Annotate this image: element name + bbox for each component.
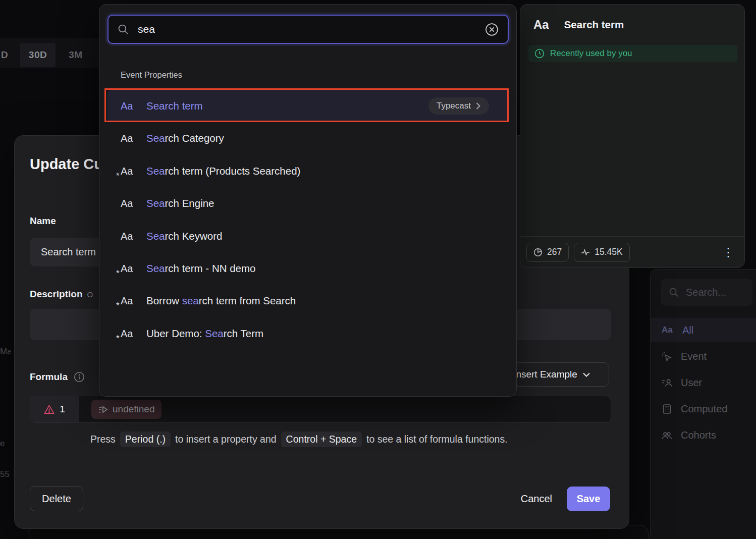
property-item-search-term[interactable]: Aa Search term Typecast (107, 90, 509, 122)
error-count-value: 1 (60, 404, 65, 415)
property-item-search-keyword[interactable]: Aa Search Keyword (107, 220, 509, 252)
description-optional-hint: O (87, 290, 93, 299)
insert-example-label: Insert Example (513, 369, 577, 380)
detail-title: Search term (564, 19, 624, 31)
custom-text-property-icon: Aa* (121, 295, 137, 307)
time-range-button-7d[interactable]: D (1, 43, 16, 67)
sidebar-item-label: All (682, 325, 693, 336)
cardinality-stat-pill[interactable]: 267 (526, 243, 569, 262)
description-label: Description (30, 289, 83, 300)
property-detail-panel: Aa Search term Recently used by you 267 … (520, 4, 745, 268)
sidebar-item-label: User (681, 377, 702, 389)
recently-used-label: Recently used by you (550, 48, 632, 59)
formula-error-count[interactable]: 1 (30, 396, 79, 422)
section-header-event-properties: Event Properties (121, 70, 182, 80)
sidebar-item-cohorts[interactable]: Cohorts (651, 423, 756, 447)
instructions-text: to insert a property and (175, 434, 277, 445)
property-item-borrow-search-term[interactable]: Aa* Borrow search term from Search (107, 285, 509, 317)
people-icon (662, 430, 672, 441)
formula-property-icon (98, 405, 108, 414)
clear-search-icon[interactable] (485, 23, 499, 36)
search-icon (118, 24, 129, 35)
custom-text-property-icon: Aa* (121, 263, 137, 275)
search-icon (669, 287, 679, 298)
sidebar-item-computed[interactable]: Computed (651, 397, 756, 421)
stat-value: 15.45K (595, 247, 622, 257)
description-label-row: Description O (30, 289, 93, 300)
time-range-toolbar: D 30D 3M (0, 38, 99, 68)
calculator-icon (662, 404, 672, 414)
formula-instructions: Press Period (.) to insert a property an… (90, 432, 508, 447)
chart-axis-fragment: May (0, 347, 11, 357)
sidebar-item-label: Event (681, 351, 707, 362)
time-range-button-30d[interactable]: 30D (20, 43, 56, 67)
chevron-right-icon (475, 102, 481, 110)
volume-stat-pill[interactable]: 15.45K (574, 243, 629, 262)
property-search-dropdown: Event Properties Aa Search term Typecast… (99, 4, 517, 397)
text-property-icon: Aa (121, 100, 137, 112)
recently-used-badge: Recently used by you (528, 45, 737, 62)
sidebar-item-label: Cohorts (681, 429, 716, 441)
chart-axis-fragment: e (0, 439, 5, 449)
app-screen: D 30D 3M May e 55 Aa All Event User Comp… (0, 0, 756, 539)
save-button[interactable]: Save (567, 487, 610, 511)
kbd-control-space: Control + Space (281, 432, 362, 447)
property-item-search-engine[interactable]: Aa Search Engine (107, 187, 509, 220)
name-label: Name (30, 215, 56, 227)
info-icon[interactable] (74, 371, 85, 383)
formula-label: Formula (30, 371, 68, 383)
text-property-icon: Aa (121, 198, 137, 209)
warning-icon (44, 404, 55, 415)
custom-text-property-icon: Aa* (121, 328, 137, 340)
property-item-search-term-products[interactable]: Aa* Search term (Products Searched) (107, 155, 509, 187)
modal-title: Update Cu (30, 156, 103, 173)
sidebar-item-label: Computed (681, 403, 727, 415)
undefined-property-token[interactable]: undefined (91, 400, 161, 419)
typecast-label: Typecast (437, 101, 471, 111)
kebab-menu-icon[interactable]: ⋮ (722, 246, 734, 258)
token-label: undefined (113, 404, 154, 415)
cancel-button[interactable]: Cancel (521, 486, 552, 511)
sidebar-item-user[interactable]: User (651, 370, 756, 395)
activity-icon (581, 248, 590, 257)
sidebar-item-all[interactable]: Aa All (651, 318, 756, 342)
property-item-uber-demo-search-term[interactable]: Aa* Uber Demo: Search Term (107, 317, 509, 350)
property-item-search-term-nn-demo[interactable]: Aa* Search term - NN demo (107, 252, 509, 285)
detail-footer: 267 15.45K ⋮ (520, 236, 744, 267)
stat-value: 267 (547, 247, 562, 257)
text-property-icon: Aa (121, 231, 137, 242)
property-item-search-category[interactable]: Aa Search Category (107, 122, 509, 154)
time-range-button-3m[interactable]: 3M (65, 43, 87, 67)
typecast-button[interactable]: Typecast (428, 97, 489, 115)
kbd-period: Period (.) (120, 432, 171, 447)
sidebar-search-input[interactable] (686, 287, 741, 298)
sidebar-search-field[interactable] (661, 279, 752, 306)
delete-button[interactable]: Delete (30, 486, 83, 511)
pie-chart-icon (533, 248, 543, 257)
text-property-icon: Aa (121, 133, 137, 144)
text-type-icon: Aa (662, 325, 674, 335)
custom-text-property-icon: Aa* (121, 166, 137, 177)
toolbar-divider (0, 86, 99, 86)
sidebar-item-event[interactable]: Event (651, 344, 756, 368)
clock-icon (534, 48, 545, 59)
dropdown-search-input[interactable] (138, 23, 476, 35)
dropdown-search-field[interactable] (107, 15, 509, 44)
property-filter-sidebar: Aa All Event User Computed Cohorts (650, 269, 756, 539)
formula-editor[interactable]: 1 undefined (30, 396, 611, 423)
user-icon (662, 378, 672, 388)
instructions-text: Press (90, 434, 116, 445)
chart-axis-fragment: 55 (0, 469, 14, 479)
cursor-click-icon (662, 351, 672, 362)
instructions-text: to see a list of formula functions. (366, 434, 508, 445)
text-type-icon: Aa (533, 18, 549, 32)
formula-label-row: Formula (30, 371, 85, 383)
detail-header: Aa Search term (533, 18, 624, 32)
chevron-down-icon (583, 372, 590, 377)
